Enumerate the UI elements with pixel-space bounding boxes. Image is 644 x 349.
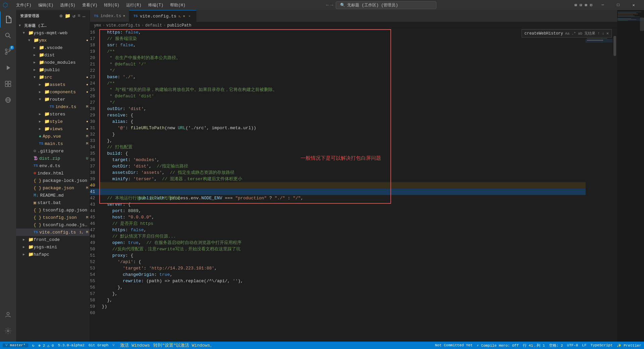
git-graph-status[interactable]: Git Graph [89,343,108,347]
sidebar-item-dist-zip[interactable]: ▶ 🗜 dist.zip U [16,155,90,162]
menu-terminal[interactable]: 终端(T) [146,2,166,9]
sidebar-item-assets[interactable]: ▶ 📁 assets ● [16,81,90,88]
sidebar-item-package-json[interactable]: ▶ { } package.json M [16,184,90,192]
more-options-icon[interactable]: … [83,13,86,19]
activity-search-icon[interactable] [0,28,16,44]
line-col-status[interactable]: 行 41，列 1 [523,343,545,348]
menu-run[interactable]: 运行(R) [123,2,144,9]
sidebar-item-front-code[interactable]: ▶ 📁 front_code [16,236,90,243]
errors-warnings[interactable]: ⊗ 2 △ 0 [38,343,54,348]
menu-file[interactable]: 文件(F) [13,2,34,9]
not-committed-status[interactable]: Not Committed Yet [435,343,473,347]
sidebar-item-tsconfig-json[interactable]: ▶ { } tsconfig.json M [16,214,90,221]
breadcrumb-ymx[interactable]: ymx [94,23,101,28]
find-word-icon[interactable]: ab [578,32,582,36]
menu-help[interactable]: 帮助(H) [167,2,188,9]
layout-icon-2[interactable]: ⊟ [580,3,582,8]
minimize-button[interactable]: ─ [595,0,610,10]
editor-body: 161718 192021 222324 252627 282930 31323… [90,29,617,342]
sidebar-item-start-bat[interactable]: ▶ ▣ start.bat [16,199,90,206]
sidebar-item-hafapc[interactable]: ▶ 📁 hafapc [16,251,90,258]
sidebar-item-gitignore[interactable]: ▶ ⊙ .gitignore [16,147,90,155]
nav-forward-btn[interactable]: → [330,2,333,8]
spaces-status[interactable]: 空格: 2 [549,343,563,348]
file-label: tsconfig.node.json [43,222,90,228]
scrollbar[interactable] [612,29,617,342]
menu-goto[interactable]: 转到(G) [101,2,122,9]
activity-remote-icon[interactable] [0,92,16,108]
sidebar-item-stores[interactable]: ▶ 📁 stores [16,110,90,118]
find-close-icon[interactable]: ✕ [606,31,609,36]
encoding-status[interactable]: UTF-8 [567,343,578,347]
git-icon[interactable]: ⑂ [112,343,115,347]
svg-rect-30 [618,13,636,13]
sidebar-item-workspace[interactable]: ▼ 无标题 (工… [16,22,90,29]
sidebar-item-style[interactable]: ▶ 📁 style ● [16,118,90,125]
activity-extensions-icon[interactable] [0,76,16,92]
sidebar-item-tsconfig-node[interactable]: ▶ { } tsconfig.node.json [16,221,90,229]
global-search-bar[interactable]: 🔍 无标题 (工作区) (管理员) [336,1,436,9]
sidebar-item-main-ts[interactable]: ▶ TS main.ts M [16,140,90,147]
arrow-icon: ▼ [23,31,28,35]
code-line-40 [99,182,586,189]
sidebar-item-package-lock[interactable]: ▶ { } package-lock.json [16,177,90,184]
collapse-icon[interactable]: ≡ [77,13,80,19]
new-file-icon[interactable]: ⊕ [60,13,63,19]
sidebar-item-env-dts[interactable]: ▶ TS env.d.ts [16,162,90,169]
activity-settings-icon[interactable] [0,323,16,339]
nav-back-btn[interactable]: ← [326,2,329,8]
activity-source-control-icon[interactable]: 2 [0,44,16,60]
tab-close-button[interactable]: ✕ [187,13,192,19]
sidebar-item-src[interactable]: ▼ 📁 src ● [16,73,90,81]
find-next-icon[interactable]: ↓ [602,31,604,36]
activity-account-icon[interactable] [0,307,16,323]
language-status[interactable]: TypeScript [591,343,613,347]
version-status[interactable]: 5.3.0-alpha2 [58,343,85,347]
find-regex-icon[interactable]: .* [572,32,576,36]
maximize-button[interactable]: □ [610,0,626,10]
find-prev-icon[interactable]: ↑ [597,31,600,36]
tab-vite-config[interactable]: TS vite.config.ts 1, M ✕ [129,10,197,22]
sidebar-item-vite-config[interactable]: ▶ TS vite.config.ts 1, M [16,229,90,236]
sidebar-item-public[interactable]: ▶ 📁 public [16,66,90,73]
breadcrumb-default[interactable]: default [145,23,162,28]
sidebar: 资源管理器 ⊕ 📁 ↺ ≡ … ▼ 无标题 (工… ▼ 📁 ysgs-mqmt-… [16,10,90,342]
sidebar-item-ymx[interactable]: ▼ 📁 ymx ● [16,37,90,44]
sync-status[interactable]: ↻ [32,343,35,348]
compile-hero-status[interactable]: ⚡ Compile Hero: Off [477,343,519,348]
scrollbar-thumb[interactable] [613,36,616,56]
new-folder-icon[interactable]: 📁 [65,13,71,19]
close-button[interactable]: ✕ [626,0,641,10]
breadcrumb-public-path[interactable]: publicPath [167,23,191,28]
sidebar-item-dist[interactable]: ▶ 📁 dist [16,51,90,59]
code-editor[interactable]: 一般情况下是可以解决打包白屏问题 https: false, // 服务端渲染 … [99,29,586,342]
menu-view[interactable]: 查看(V) [79,2,100,9]
sidebar-item-tsconfig-app[interactable]: ▶ { } tsconfig.app.json [16,206,90,214]
status-right: Not Committed Yet ⚡ Compile Hero: Off 行 … [435,343,641,348]
sidebar-item-app-vue[interactable]: ▶ ▲ App.vue M [16,133,90,140]
sidebar-item-vscode[interactable]: ▶ 📁 .vscode [16,44,90,51]
layout-icon-3[interactable]: ⊠ [585,3,587,8]
sidebar-item-readme[interactable]: ▶ M↓ README.md [16,192,90,199]
prettier-status[interactable]: ✨ Prettier [617,343,641,348]
activity-files-icon[interactable] [0,11,16,28]
menu-edit[interactable]: 编辑(E) [36,2,56,9]
sidebar-item-components[interactable]: ▶ 📁 components ● [16,88,90,96]
branch-status[interactable]: ⑂ master* [3,343,28,347]
sidebar-item-node-modules[interactable]: ▶ 📁 node_modules [16,59,90,66]
find-case-icon[interactable]: Aa [565,32,570,36]
layout-icon-1[interactable]: ⊞ [575,3,577,8]
tab-index-ts[interactable]: TS index.ts M [90,10,129,22]
sidebar-item-index-html[interactable]: ▶ ⊚ index.html [16,169,90,177]
sidebar-item-ysgs-mqmt-web[interactable]: ▼ 📁 ysgs-mqmt-web [16,29,90,37]
line-ending-status[interactable]: LF [582,343,586,347]
sidebar-item-router-index[interactable]: ▶ TS index.ts M [16,103,90,110]
refresh-icon[interactable]: ↺ [72,13,75,19]
layout-icon-4[interactable]: ⊡ [590,3,592,8]
menu-select[interactable]: 选择(S) [57,2,78,9]
sidebar-item-views[interactable]: ▶ 📁 views ● [16,125,90,133]
sidebar-item-router[interactable]: ▼ 📁 router [16,96,90,103]
breadcrumb-file[interactable]: vite.config.ts [106,23,140,28]
sidebar-item-ysgs-mini[interactable]: ▶ 📁 ysgs-mini [16,243,90,251]
activity-debug-icon[interactable] [0,60,16,76]
